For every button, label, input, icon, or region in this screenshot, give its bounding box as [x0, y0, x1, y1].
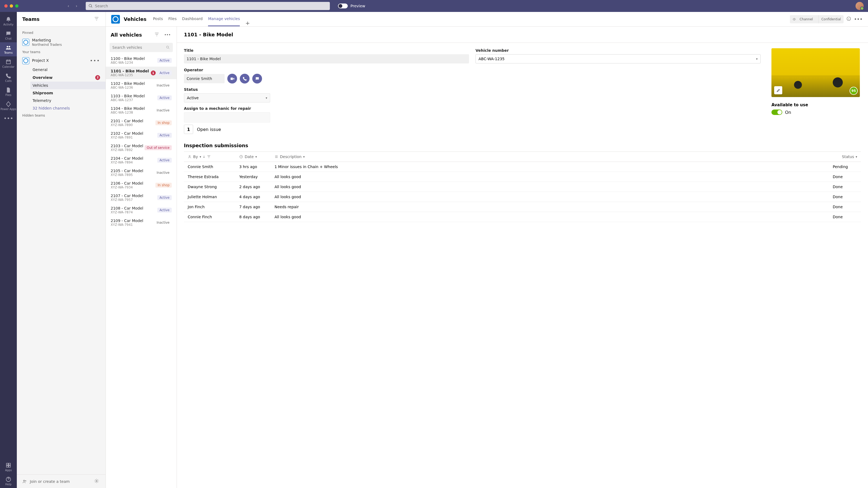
rail-activity[interactable]: Activity: [0, 14, 17, 28]
rail-apps[interactable]: Apps: [0, 460, 17, 474]
tab-files[interactable]: Files: [168, 12, 177, 26]
vehicle-row[interactable]: 2106 - Car ModelXYZ-WA-7934In shop: [106, 179, 177, 191]
cell-status: Done: [833, 185, 857, 189]
hidden-channels-link[interactable]: 32 hidden channels: [30, 104, 105, 112]
back-button[interactable]: ‹: [65, 3, 72, 9]
filter-teams-button[interactable]: [93, 15, 100, 23]
vehicle-list-scroll[interactable]: 1100 - Bike ModelABC-WA-1234Active1101 -…: [106, 54, 177, 488]
vehicle-row[interactable]: 1100 - Bike ModelABC-WA-1234Active: [106, 54, 177, 67]
join-team-link[interactable]: Join or create a team: [30, 479, 70, 484]
pill-label: Channel: [797, 16, 816, 22]
vehicle-status: Out of service: [145, 145, 172, 150]
col-desc[interactable]: Description ▾: [275, 155, 833, 159]
video-call-button[interactable]: [227, 74, 237, 84]
rail-files[interactable]: Files: [0, 85, 17, 99]
channel-telemetry[interactable]: Telemetry: [30, 97, 105, 104]
channel-vehicles[interactable]: Vehicles: [30, 82, 105, 89]
vehicle-row[interactable]: 2102 - Car ModelXYZ-WA-7891Active: [106, 129, 177, 141]
col-by[interactable]: By ▾ ↓: [188, 155, 239, 159]
table-row[interactable]: Connie Finch8 days agoAll looks goodDone: [184, 212, 861, 222]
vehicle-name: 1104 - Bike Model: [111, 106, 154, 110]
rail-chat[interactable]: Chat: [0, 28, 17, 42]
channel-shiproom[interactable]: Shiproom: [30, 89, 105, 97]
rail-calls[interactable]: Calls: [0, 70, 17, 85]
teams-scroll[interactable]: Pinned Marketing Northwind Traders Your …: [17, 27, 105, 475]
minimize-window[interactable]: [10, 4, 13, 8]
vehicle-row[interactable]: 2103 - Car ModelXYZ-WA-7892Out of servic…: [106, 141, 177, 154]
vehicle-row[interactable]: 1104 - Bike ModelABC-WA-1238Inactive: [106, 104, 177, 117]
preview-label: Preview: [350, 4, 365, 8]
cell-date: 7 days ago: [239, 205, 275, 209]
col-status[interactable]: Status ▾: [833, 155, 857, 159]
col-date[interactable]: Date ▾: [239, 155, 275, 159]
vehicle-sub: XYZ-WA-7874: [111, 210, 157, 214]
vehicle-row[interactable]: 2105 - Car ModelXYZ-WA-7895Inactive: [106, 166, 177, 179]
table-row[interactable]: Connie Smith3 hrs ago1 Minor issues in C…: [184, 162, 861, 172]
detail-side: 95 Available to use On: [771, 48, 861, 134]
rail-powerapps[interactable]: Power Apps: [0, 99, 17, 113]
assign-input[interactable]: [184, 112, 270, 123]
channel-overview[interactable]: Overview 2: [30, 73, 105, 82]
channel-general[interactable]: General: [30, 66, 105, 73]
channel-avatar-icon: [111, 15, 120, 24]
audio-call-button[interactable]: [240, 74, 250, 84]
vehicle-row[interactable]: 1102 - Bike ModelABC-WA-1236Inactive: [106, 79, 177, 92]
table-row[interactable]: Dwayne Strong2 days agoAll looks goodDon…: [184, 182, 861, 192]
add-tab-button[interactable]: +: [245, 20, 250, 26]
channel-info-button[interactable]: [846, 16, 851, 22]
vehicle-filter-button[interactable]: [153, 31, 160, 39]
vehicle-row[interactable]: 2101 - Car ModelXYZ-WA-7890In shop: [106, 117, 177, 129]
teams-settings-button[interactable]: [93, 478, 100, 485]
open-issue-row[interactable]: 1 Open issue: [184, 125, 761, 134]
cell-date: 4 days ago: [239, 195, 275, 199]
section-hidden-teams: Hidden teams: [17, 112, 105, 119]
cell-date: 3 hrs ago: [239, 165, 275, 169]
tab-posts[interactable]: Posts: [153, 12, 163, 26]
close-window[interactable]: [4, 4, 8, 8]
chat-button[interactable]: [252, 74, 262, 84]
available-toggle[interactable]: [771, 109, 782, 115]
help-icon: [5, 476, 11, 482]
rail-calendar[interactable]: Calendar: [0, 56, 17, 70]
preview-switch[interactable]: [338, 3, 348, 8]
edit-image-button[interactable]: [774, 86, 782, 94]
table-row[interactable]: Juliette Holman4 days agoAll looks goodD…: [184, 192, 861, 202]
team-project-x[interactable]: Project X •••: [17, 56, 105, 66]
channel-info-pill[interactable]: Channel Confidential: [790, 15, 844, 23]
preview-toggle[interactable]: Preview: [338, 3, 365, 8]
vehicle-search[interactable]: [110, 43, 173, 52]
number-dropdown[interactable]: ABC-WA-1235 ▾: [475, 54, 761, 63]
operator-value[interactable]: Connie Smith: [184, 74, 225, 83]
vehicle-sub: XYZ-WA-7890: [111, 123, 155, 127]
profile-avatar[interactable]: [856, 2, 864, 10]
global-search[interactable]: [86, 2, 330, 10]
title-value[interactable]: 1101 - Bike Model: [184, 54, 469, 63]
tab-manage-vehicles[interactable]: Manage vehicles: [208, 12, 240, 26]
vehicle-row[interactable]: 2107 - Car ModelXYZ-WA-7957Active: [106, 191, 177, 204]
rail-help[interactable]: Help: [0, 474, 17, 488]
rail-more[interactable]: •••: [0, 113, 17, 124]
maximize-window[interactable]: [15, 4, 19, 8]
vehicle-row[interactable]: 1101 - Bike ModelABC-WA-12351Active: [106, 67, 177, 79]
channel-more-button[interactable]: •••: [854, 16, 863, 22]
vehicle-row[interactable]: 1103 - Bike ModelABC-WA-1237Active: [106, 92, 177, 104]
status-dropdown[interactable]: Active ▾: [184, 93, 270, 102]
team-more-button[interactable]: •••: [90, 58, 100, 63]
eye-icon: [793, 18, 796, 21]
vehicle-row[interactable]: 2108 - Car ModelXYZ-WA-7874Active: [106, 204, 177, 216]
table-row[interactable]: Jon Finch7 days agoNeeds repairDone: [184, 202, 861, 212]
tab-dashboard[interactable]: Dashboard: [182, 12, 203, 26]
vehicle-search-input[interactable]: [112, 45, 166, 50]
table-row[interactable]: Therese EstradaYesterdayAll looks goodDo…: [184, 172, 861, 182]
vehicle-row[interactable]: 2104 - Car ModelXYZ-WA-7894Active: [106, 154, 177, 166]
forward-button[interactable]: ›: [73, 3, 80, 9]
pinned-team[interactable]: Marketing Northwind Traders: [17, 36, 105, 48]
vehicle-more-button[interactable]: •••: [163, 32, 172, 38]
gear-icon: [94, 479, 99, 483]
rail-teams[interactable]: Teams: [0, 42, 17, 56]
vehicle-row[interactable]: 2109 - Car ModelXYZ-WA-7941Inactive: [106, 216, 177, 229]
global-search-input[interactable]: [93, 4, 327, 8]
sort-icon: ↓: [203, 155, 205, 159]
channel-list: General Overview 2 Vehicles Shiproom Tel…: [17, 66, 105, 112]
team-avatar-icon: [22, 57, 29, 64]
